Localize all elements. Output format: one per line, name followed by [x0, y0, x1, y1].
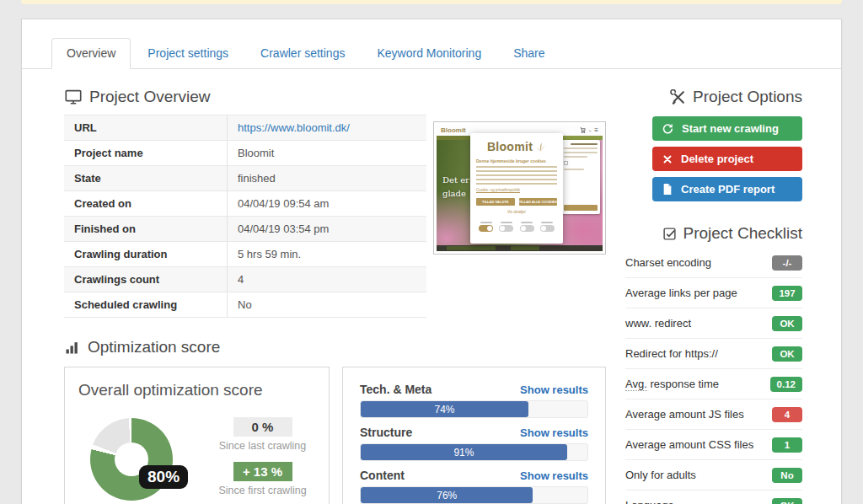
cookie-policy-link: Cookie- og privatlivspolitik — [476, 188, 557, 192]
project-options-title: Project Options — [693, 88, 802, 106]
checklist-item: Language OK — [625, 491, 802, 504]
row-label: Created on — [64, 191, 227, 216]
checklist-label: Only for adults — [625, 469, 696, 481]
cookie-accept-selected-button: Tillad valgte — [476, 198, 515, 206]
table-row: Scheduled crawling No — [64, 292, 426, 318]
site-preview: Bloomit - ≡ Det er sin glade — [437, 125, 603, 251]
show-results-link[interactable]: Show results — [520, 383, 588, 396]
checklist-item: Avg. response time 0.12 — [625, 369, 802, 399]
x-icon — [662, 154, 673, 164]
status-badge: OK — [772, 346, 802, 362]
row-label: Finished on — [64, 217, 227, 241]
checklist-item: Redirect for https:// OK — [625, 339, 802, 369]
checklist-item: Average amount CSS files 1 — [625, 430, 802, 460]
checklist-label: Average amount CSS files — [625, 438, 753, 451]
table-row: Crawling duration 5 hrs 59 min. — [64, 242, 426, 267]
checklist-label: Average links per page — [625, 287, 737, 299]
row-label: Project name — [64, 141, 227, 165]
cookie-accept-all-button: Tillad alle cookies — [519, 198, 558, 206]
overall-score-card: Overall optimization score 80% 0 % Since… — [64, 367, 330, 504]
checklist-item: Only for adults No — [625, 460, 802, 491]
category-label: Content — [360, 469, 405, 482]
create-pdf-report-button[interactable]: Create PDF report — [652, 177, 802, 201]
button-label: Delete project — [681, 153, 753, 165]
project-overview-title: Project Overview — [89, 88, 211, 106]
delete-project-button[interactable]: Delete project — [652, 147, 802, 171]
status-badge: -/- — [772, 255, 802, 271]
category-scores-card: Tech. & Meta Show results 74% Structure … — [342, 367, 606, 504]
toggle-on — [479, 225, 493, 232]
progress-fill: 76% — [361, 487, 533, 503]
status-badge: OK — [772, 498, 802, 504]
site-side-panel — [561, 140, 600, 214]
cookie-consent-modal: Bloomit Denne hjemmeside bruger cookies … — [470, 133, 563, 244]
progress-fill: 74% — [361, 401, 528, 417]
progress-track: 76% — [360, 486, 588, 504]
row-value: 4 — [227, 267, 426, 292]
status-badge: OK — [772, 316, 802, 331]
show-results-link[interactable]: Show results — [520, 426, 588, 439]
checklist-item: Charset encoding -/- — [625, 248, 802, 278]
row-label: Scheduled crawling — [64, 292, 227, 317]
table-row: State finished — [64, 166, 426, 191]
site-logo: Bloomit — [441, 126, 466, 134]
show-results-link[interactable]: Show results — [520, 469, 588, 482]
divider-dash: - — [589, 127, 592, 134]
checklist-item: Average links per page 197 — [625, 278, 802, 308]
top-alert-strip — [21, 0, 842, 4]
table-row: Finished on 04/04/19 03:54 pm — [64, 217, 426, 242]
since-first-value: + 13 % — [233, 462, 292, 481]
progress-track: 74% — [360, 400, 588, 418]
main-panel: Overview Project settings Crawler settin… — [21, 19, 842, 504]
row-label: URL — [64, 115, 227, 140]
leaf-icon — [535, 142, 546, 153]
donut-value-tooltip: 80% — [139, 465, 188, 489]
status-badge: 0.12 — [770, 377, 802, 392]
overall-score-title: Overall optimization score — [78, 381, 315, 399]
tab-share[interactable]: Share — [498, 38, 560, 68]
status-badge: 1 — [772, 437, 802, 453]
tab-project-settings[interactable]: Project settings — [132, 38, 244, 68]
start-new-crawling-button[interactable]: Start new crawling — [652, 116, 802, 141]
checklist-label: Language — [625, 499, 674, 504]
row-value: No — [227, 292, 426, 317]
row-label: Crawling duration — [64, 242, 227, 266]
project-overview-header: Project Overview — [64, 88, 606, 106]
project-checklist-title: Project Checklist — [683, 224, 803, 243]
optimization-score-header: Optimization score — [64, 338, 606, 357]
toggle-off — [499, 225, 513, 232]
row-value: 04/04/19 09:54 am — [227, 191, 426, 216]
main-column: Project Overview URL https://www.bloomit… — [64, 88, 606, 504]
project-url-link[interactable]: https://www.bloomit.dk/ — [238, 121, 350, 134]
category-label: Structure — [360, 426, 412, 439]
hamburger-icon: ≡ — [594, 127, 598, 134]
tab-crawler-settings[interactable]: Crawler settings — [245, 38, 360, 68]
button-label: Start new crawling — [682, 122, 779, 135]
score-deltas: 0 % Since last crawling + 13 % Since fir… — [205, 413, 315, 504]
donut-chart: 80% — [78, 413, 205, 504]
row-value: finished — [227, 166, 426, 190]
tab-keyword-monitoring[interactable]: Keyword Monitoring — [362, 38, 496, 68]
category-label: Tech. & Meta — [360, 383, 432, 396]
site-header-icons: - ≡ — [580, 127, 598, 134]
row-label: Crawlings count — [64, 267, 227, 292]
since-last-value: 0 % — [233, 417, 292, 437]
checklist-label: Redirect for https:// — [625, 347, 718, 360]
checklist-icon — [662, 227, 677, 241]
since-last-caption: Since last crawling — [219, 440, 307, 452]
tab-overview[interactable]: Overview — [51, 38, 131, 69]
row-value: Bloomit — [227, 141, 426, 165]
optimization-score-title: Optimization score — [88, 338, 220, 357]
status-badge: 4 — [772, 407, 802, 422]
checklist-label: Avg. response time — [625, 378, 719, 390]
cookie-modal-logo: Bloomit — [487, 140, 533, 153]
project-checklist-header: Project Checklist — [625, 224, 802, 243]
toggle-off — [520, 225, 534, 232]
cart-icon — [580, 127, 586, 133]
tools-icon — [670, 89, 686, 105]
status-badge: 197 — [772, 286, 802, 301]
button-label: Create PDF report — [681, 183, 775, 196]
row-label: State — [64, 166, 227, 190]
row-value: https://www.bloomit.dk/ — [227, 115, 426, 140]
refresh-icon — [662, 123, 673, 134]
